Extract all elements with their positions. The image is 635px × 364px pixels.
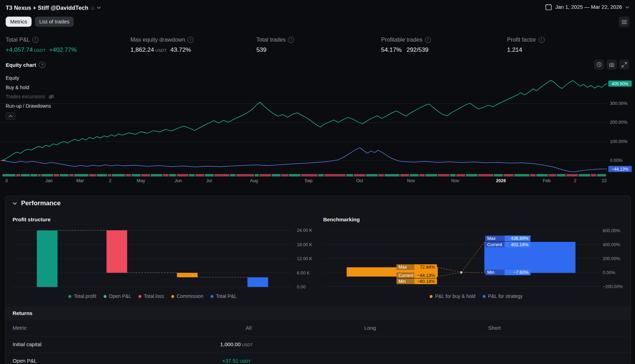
y-axis-label: 12.00 K bbox=[297, 256, 312, 261]
trade-marker bbox=[557, 174, 565, 177]
trade-marker bbox=[289, 174, 301, 177]
svg-text:−60.18%: −60.18% bbox=[417, 279, 435, 284]
legend-item-total-pnl[interactable]: Total P&L bbox=[211, 293, 237, 299]
y-axis-label: 300.00% bbox=[610, 101, 627, 106]
legend-trades-excursions[interactable]: Trades excursions bbox=[6, 94, 54, 100]
x-axis-label: Jul bbox=[206, 178, 212, 183]
row-unit: USDT bbox=[240, 359, 251, 364]
strategy-title: T3 Nexus + Stiff @DaviddTech bbox=[6, 5, 88, 11]
returns-title: Returns bbox=[13, 310, 33, 316]
legend-item-buy-hold-pnl[interactable]: P&L for buy & hold bbox=[430, 293, 475, 299]
col-all: All bbox=[246, 325, 252, 331]
bar-commission[interactable] bbox=[177, 273, 198, 277]
trade-marker bbox=[514, 174, 529, 177]
table-row-open-pnl[interactable]: Open P&L +37.51USDT bbox=[5, 352, 630, 364]
metric-value: +4,057.74 bbox=[6, 46, 33, 53]
trade-marker bbox=[236, 174, 254, 177]
date-range-picker[interactable]: Jan 1, 2025 — Mar 22, 2026 bbox=[545, 3, 629, 10]
x-axis-label: Nov bbox=[407, 178, 415, 183]
metric-value: 1.214 bbox=[507, 46, 522, 53]
equity-chart-tools bbox=[594, 59, 629, 70]
layout-menu-button[interactable] bbox=[619, 16, 629, 27]
benchmark-chip: Min−60.18% bbox=[396, 278, 437, 284]
strategy-title-group[interactable]: T3 Nexus + Stiff @DaviddTech □ bbox=[6, 5, 101, 11]
trade-marker bbox=[30, 174, 37, 177]
metric-value: 539 bbox=[256, 46, 267, 53]
metric-extra: +402.77% bbox=[49, 46, 77, 53]
performance-header[interactable]: Performance bbox=[13, 200, 61, 207]
legend-runup-drawdowns[interactable]: Run-up / Drawdowns bbox=[6, 103, 54, 109]
row-metric: Open P&L bbox=[13, 358, 37, 364]
trade-marker bbox=[346, 174, 353, 177]
calendar-icon bbox=[545, 3, 552, 10]
legend-item-total-loss[interactable]: Total loss bbox=[139, 293, 164, 299]
trade-marker bbox=[494, 174, 503, 177]
chevron-up-icon bbox=[8, 115, 13, 117]
bar-total-profit[interactable] bbox=[37, 230, 57, 287]
metric-profitable-trades: Profitable trades 54.17%292/539 bbox=[381, 36, 431, 53]
row-unit: USDT bbox=[242, 342, 253, 347]
tab-list-of-trades[interactable]: List of trades bbox=[35, 16, 74, 27]
svg-text:Max: Max bbox=[487, 236, 496, 241]
trade-marker bbox=[450, 174, 456, 177]
legend-dot bbox=[171, 295, 174, 298]
trade-marker bbox=[151, 174, 162, 177]
metric-label: Profitable trades bbox=[381, 36, 422, 43]
info-icon[interactable] bbox=[33, 37, 38, 43]
pivot-dot bbox=[460, 271, 463, 274]
alert-button[interactable] bbox=[594, 59, 604, 70]
fullscreen-button[interactable] bbox=[619, 59, 629, 70]
metric-total-trades: Total trades 539 bbox=[256, 36, 294, 53]
info-icon[interactable] bbox=[288, 37, 294, 43]
trade-marker bbox=[69, 174, 73, 177]
table-row-initial-capital[interactable]: Initial capital 1,000.00USDT bbox=[5, 336, 630, 353]
legend-label: Total loss bbox=[144, 293, 164, 299]
legend-equity[interactable]: Equity bbox=[6, 75, 54, 81]
profit-structure-title: Profit structure bbox=[13, 216, 51, 222]
trade-marker bbox=[425, 174, 437, 177]
bar-total-p-l[interactable] bbox=[247, 277, 268, 287]
info-icon[interactable] bbox=[188, 37, 193, 43]
metric-label: Total trades bbox=[256, 36, 286, 43]
profit-structure-chart[interactable]: 24.00 K18.00 K12.00 K6.00 K0.00 bbox=[13, 227, 320, 292]
x-axis-label: 2026 bbox=[496, 178, 506, 183]
trade-marker bbox=[112, 174, 125, 177]
trade-marker bbox=[16, 174, 20, 177]
snapshot-button[interactable] bbox=[607, 59, 617, 70]
legend-dot bbox=[483, 295, 486, 298]
trade-marker bbox=[163, 174, 169, 177]
help-icon[interactable] bbox=[39, 62, 45, 68]
legend-buy-hold[interactable]: Buy & hold bbox=[6, 85, 54, 90]
tab-metrics[interactable]: Metrics bbox=[6, 16, 31, 27]
x-axis-label: Aug bbox=[250, 178, 258, 183]
equity-chart-header: Equity chart bbox=[6, 62, 45, 68]
svg-text:−44.13%: −44.13% bbox=[417, 273, 435, 278]
legend-item-strategy-pnl[interactable]: P&L for strategy bbox=[483, 293, 523, 299]
info-icon[interactable] bbox=[425, 37, 431, 43]
legend-item-open-pnl[interactable]: Open P&L bbox=[104, 293, 131, 299]
x-axis-label: 3 bbox=[5, 178, 8, 183]
trade-marker bbox=[108, 174, 111, 177]
chevron-down-icon bbox=[625, 6, 629, 8]
collapse-button[interactable] bbox=[6, 113, 15, 120]
benchmarking-title: Benchmarking bbox=[323, 216, 360, 222]
legend-item-commission[interactable]: Commission bbox=[171, 293, 203, 299]
legend-item-total-profit[interactable]: Total profit bbox=[69, 293, 96, 299]
benchmarking-chart[interactable]: 600.00%400.00%200.00%0.00%−200.00%Max72.… bbox=[323, 227, 631, 292]
trade-marker bbox=[438, 174, 449, 177]
performance-card: Performance Profit structure 24.00 K18.0… bbox=[5, 195, 631, 364]
returns-section-header: Returns bbox=[5, 306, 630, 320]
equity-chart[interactable] bbox=[0, 69, 635, 186]
bar-total-loss[interactable] bbox=[106, 230, 127, 273]
trade-marker bbox=[466, 174, 478, 177]
trade-marker bbox=[566, 174, 578, 177]
y-axis-label: 0.00% bbox=[602, 270, 615, 275]
chevron-down-icon bbox=[97, 7, 101, 9]
metric-value: 1,862.24 bbox=[130, 46, 154, 53]
info-icon[interactable] bbox=[538, 37, 544, 43]
trade-marker bbox=[318, 174, 324, 177]
svg-text:72.84%: 72.84% bbox=[420, 264, 435, 270]
strategy-tester-panel: T3 Nexus + Stiff @DaviddTech □ Jan 1, 20… bbox=[0, 0, 635, 364]
metric-max-drawdown: Max equity drawdown 1,862.24USDT43.72% bbox=[130, 36, 194, 53]
trade-marker bbox=[591, 174, 597, 177]
